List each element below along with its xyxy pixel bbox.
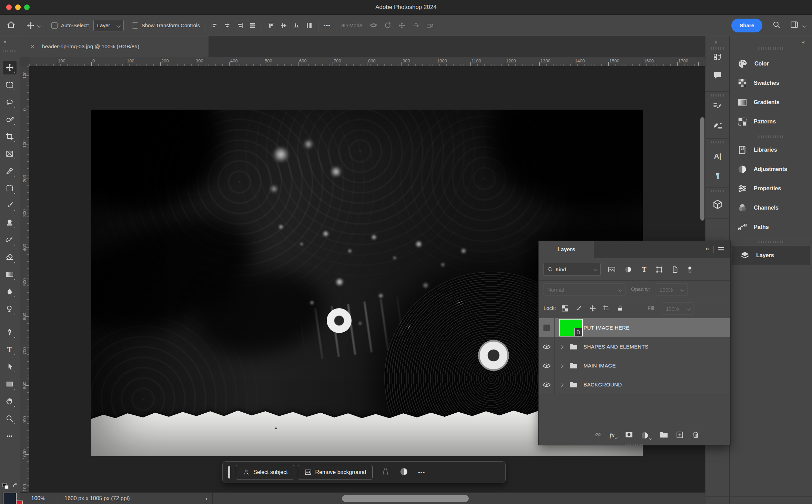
distribute-horizontal-icon[interactable] [305, 22, 313, 29]
lock-pixels-icon[interactable] [575, 305, 582, 313]
select-subject-button[interactable]: Select subject [236, 465, 294, 480]
layer-row-background[interactable]: BACKGROUND [539, 375, 730, 394]
tool-rectangular-marquee[interactable] [3, 78, 17, 92]
layer-mask-icon[interactable] [625, 430, 633, 441]
smart-object-filter-icon[interactable] [670, 265, 680, 274]
align-bottom-icon[interactable] [293, 22, 300, 29]
link-layers-icon[interactable] [593, 430, 602, 441]
visibility-toggle[interactable] [539, 318, 555, 337]
layer-thumbnail[interactable] [560, 320, 582, 336]
new-layer-icon[interactable] [676, 431, 684, 441]
adjustment-layer-icon[interactable] [641, 431, 652, 440]
lock-artboard-icon[interactable] [603, 305, 610, 313]
lock-all-icon[interactable] [617, 305, 624, 313]
brushes-icon[interactable] [710, 118, 725, 133]
gripper[interactable] [758, 135, 784, 138]
layer-row-shapes-and-elements[interactable]: SHAPES AND ELEMENTS [539, 337, 730, 356]
visibility-toggle[interactable] [539, 356, 555, 375]
gripper[interactable] [711, 141, 724, 143]
panel-item-channels[interactable]: Channels [730, 198, 812, 218]
tool-eraser[interactable] [3, 250, 17, 264]
panel-item-properties[interactable]: Properties [730, 179, 812, 198]
visibility-toggle[interactable] [539, 375, 555, 394]
more-options-button[interactable]: ••• [324, 22, 331, 28]
tool-gradient[interactable] [3, 268, 17, 281]
expand-toolbar-icon[interactable]: » [3, 38, 6, 44]
chevron-right-icon[interactable]: › [205, 493, 207, 504]
panel-item-swatches[interactable]: Swatches [730, 73, 812, 93]
layer-row-main-image[interactable]: MAIN IMAGE [539, 356, 730, 375]
layer-style-icon[interactable]: fx [610, 432, 617, 439]
character-icon[interactable]: A| [710, 149, 725, 164]
close-tab-icon[interactable]: × [31, 43, 34, 50]
document-tab[interactable]: × header-rip-img-03.jpg @ 100% (RGB/8#) [20, 36, 209, 57]
align-top-icon[interactable] [267, 22, 275, 29]
comments-icon[interactable] [710, 68, 725, 83]
shape-layer-filter-icon[interactable] [654, 265, 664, 274]
adjustment-layer-filter-icon[interactable] [623, 265, 633, 274]
default-colors-icon[interactable] [2, 483, 10, 492]
collapse-panel-icon[interactable]: » [705, 245, 709, 252]
align-left-icon[interactable] [211, 22, 218, 29]
more-icon[interactable]: ••• [418, 470, 425, 475]
expand-group-icon[interactable] [559, 364, 563, 367]
align-centers-vertical-icon[interactable] [280, 22, 287, 29]
brush-settings-icon[interactable] [710, 99, 725, 114]
foreground-color-swatch[interactable] [3, 493, 17, 504]
layer-row-put-image-here[interactable]: PUT IMAGE HERE [539, 318, 730, 337]
pixel-layer-filter-icon[interactable] [607, 265, 617, 274]
tool-hand[interactable] [3, 394, 17, 408]
tool-object-selection[interactable] [3, 112, 17, 126]
document-size[interactable]: 1600 px x 1005 px (72 ppi) › [57, 493, 213, 504]
new-group-icon[interactable] [659, 431, 668, 440]
tool-brush[interactable] [3, 199, 17, 212]
share-button[interactable]: Share [731, 19, 762, 32]
expand-group-icon[interactable] [559, 383, 563, 386]
show-transform-checkbox[interactable] [132, 22, 138, 29]
panel-resize-gripper[interactable] [625, 444, 644, 445]
history-icon[interactable] [710, 50, 725, 65]
auto-select-checkbox[interactable] [51, 22, 58, 29]
search-icon[interactable] [772, 20, 781, 31]
rail-gripper[interactable] [3, 50, 16, 52]
swap-colors-icon[interactable] [12, 482, 19, 490]
tool-rectangle[interactable] [3, 377, 17, 391]
lock-position-icon[interactable] [589, 305, 596, 313]
home-icon[interactable] [6, 20, 16, 31]
tool-lasso[interactable] [3, 95, 17, 109]
type-layer-filter-icon[interactable]: T [639, 265, 649, 274]
panel-item-paths[interactable]: Paths [730, 218, 812, 237]
tool-edit-toolbar[interactable]: ••• [3, 429, 17, 443]
filter-kind-dropdown[interactable]: Kind [544, 263, 601, 276]
tool-path-selection[interactable] [3, 360, 17, 374]
zoom-level[interactable]: 100% [20, 493, 57, 504]
panel-item-patterns[interactable]: Patterns [730, 112, 812, 131]
panel-item-color[interactable]: Color [730, 54, 812, 73]
lock-transparency-icon[interactable] [561, 305, 569, 313]
gripper[interactable] [711, 94, 724, 97]
blend-mode-dropdown[interactable]: Normal [544, 283, 626, 296]
vertical-scrollbar[interactable] [700, 117, 704, 221]
collapse-icon[interactable]: « [802, 39, 805, 45]
panel-item-layers[interactable]: Layers [732, 246, 810, 265]
tool-pen[interactable] [3, 325, 17, 339]
active-tool-button[interactable] [27, 21, 41, 30]
panel-menu-icon[interactable] [718, 247, 724, 252]
adjustment-icon[interactable] [399, 467, 408, 477]
align-right-icon[interactable] [236, 22, 244, 29]
fill-input[interactable]: 100% [662, 302, 694, 315]
filter-toggle[interactable] [685, 265, 694, 274]
tool-crop[interactable] [3, 130, 17, 143]
gripper[interactable] [758, 241, 784, 243]
tool-move[interactable] [3, 61, 17, 74]
tool-spot-healing-brush[interactable] [3, 181, 17, 195]
panel-item-libraries[interactable]: Libraries [730, 140, 812, 160]
horizontal-scrollbar[interactable] [342, 495, 469, 502]
panel-item-gradients[interactable]: Gradients [730, 93, 812, 112]
3d-icon[interactable] [710, 197, 725, 212]
align-centers-horizontal-icon[interactable] [223, 22, 231, 29]
tool-eyedropper[interactable] [3, 164, 17, 178]
tool-history-brush[interactable] [3, 233, 17, 247]
opacity-input[interactable]: 100% [656, 283, 688, 296]
auto-select-target-dropdown[interactable]: Layer [93, 20, 124, 31]
